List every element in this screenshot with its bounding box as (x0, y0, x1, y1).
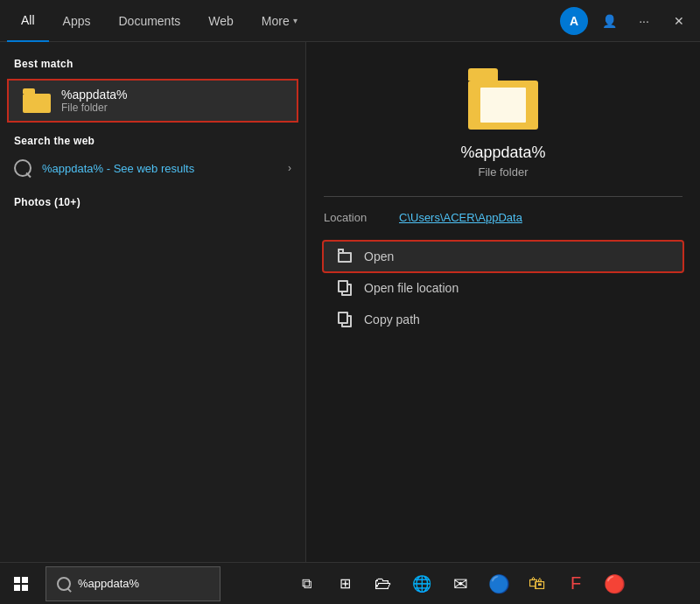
tab-web[interactable]: Web (194, 0, 248, 42)
figma-icon[interactable]: F (558, 566, 593, 601)
tab-more[interactable]: More ▾ (248, 0, 312, 42)
chevron-down-icon: ▾ (293, 16, 298, 25)
best-match-label: Best match (0, 53, 305, 75)
open-action[interactable]: Open (324, 242, 682, 271)
left-panel: Best match %appdata% File folder Search … (0, 42, 306, 562)
chrome-icon[interactable]: 🔴 (597, 566, 632, 601)
detail-folder-name: %appdata% (460, 144, 545, 162)
open-location-icon (338, 280, 354, 296)
tab-all[interactable]: All (7, 0, 49, 42)
search-web-section: Search the web %appdata% - See web resul… (0, 130, 305, 184)
detail-divider (324, 196, 682, 197)
photos-section: Photos (10+) (0, 191, 305, 214)
person-icon-btn[interactable]: 👤 (595, 7, 623, 35)
item-type: File folder (61, 102, 128, 114)
photos-label: Photos (10+) (0, 191, 305, 214)
taskview-icon[interactable]: ⧉ (289, 566, 324, 601)
search-icon (14, 159, 32, 177)
web-result-item[interactable]: %appdata% - See web results › (0, 152, 305, 184)
tab-documents[interactable]: Documents (104, 0, 194, 42)
edge-icon[interactable]: 🔵 (481, 566, 516, 601)
best-match-item[interactable]: %appdata% File folder (7, 79, 298, 123)
store-icon[interactable]: 🛍 (520, 566, 555, 601)
detail-folder-type: File folder (478, 165, 528, 179)
open-file-location-action[interactable]: Open file location (324, 273, 682, 303)
close-btn[interactable]: ✕ (665, 7, 693, 35)
user-avatar[interactable]: A (560, 7, 588, 35)
search-box-icon (57, 577, 71, 591)
start-button[interactable] (0, 563, 42, 605)
item-name: %appdata% (61, 88, 128, 102)
top-nav: All Apps Documents Web More ▾ A 👤 ··· ✕ (0, 0, 700, 42)
copy-path-icon (338, 312, 354, 327)
more-options-btn[interactable]: ··· (630, 7, 658, 35)
folder-icon (23, 88, 51, 113)
open-location-label: Open file location (364, 281, 458, 295)
detail-location: Location C\Users\ACER\AppData (324, 211, 682, 224)
taskbar-center: ⧉ ⊞ 🗁 🌐 ✉ 🔵 🛍 F 🔴 (220, 566, 700, 601)
location-value[interactable]: C\Users\ACER\AppData (399, 211, 522, 224)
widgets-icon[interactable]: ⊞ (327, 566, 362, 601)
mail-icon[interactable]: ✉ (443, 566, 478, 601)
chevron-right-icon: › (288, 162, 291, 174)
open-label: Open (364, 249, 394, 263)
copy-path-label: Copy path (364, 313, 420, 327)
browser-icon-1[interactable]: 🌐 (404, 566, 439, 601)
action-list: Open Open file location (324, 242, 682, 334)
nav-icons: A 👤 ··· ✕ (560, 7, 693, 35)
search-box[interactable]: %appdata% (46, 566, 220, 601)
right-panel: %appdata% File folder Location C\Users\A… (306, 42, 700, 562)
main-content: Best match %appdata% File folder Search … (0, 42, 700, 562)
open-icon (338, 249, 354, 264)
detail-folder-icon (468, 68, 538, 130)
location-label: Location (324, 211, 385, 224)
copy-path-action[interactable]: Copy path (324, 305, 682, 334)
search-web-label: Search the web (0, 130, 305, 152)
search-input-text: %appdata% (78, 577, 139, 590)
file-explorer-icon[interactable]: 🗁 (366, 566, 401, 601)
best-match-text: %appdata% File folder (61, 88, 128, 114)
web-result-text: %appdata% - See web results (42, 162, 277, 175)
taskbar: %appdata% ⧉ ⊞ 🗁 🌐 ✉ 🔵 🛍 F 🔴 (0, 562, 700, 604)
tab-apps[interactable]: Apps (49, 0, 105, 42)
